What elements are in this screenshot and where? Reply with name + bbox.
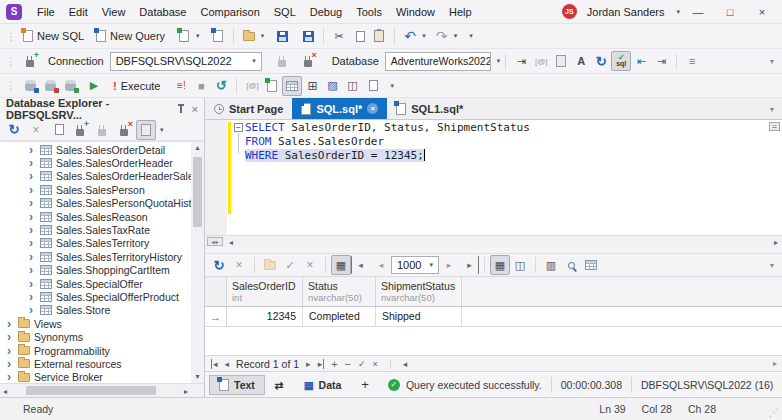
editor-splitter-handle[interactable]: = bbox=[769, 122, 780, 131]
scroll-down-icon[interactable]: ▾ bbox=[195, 371, 199, 383]
chevron-right-icon[interactable]: › bbox=[7, 332, 18, 342]
export-grid-button[interactable] bbox=[581, 255, 601, 275]
tree-item-folder[interactable]: ›Service Broker bbox=[0, 371, 191, 383]
new-window-button[interactable] bbox=[208, 26, 228, 46]
chevron-right-icon[interactable]: › bbox=[29, 292, 40, 302]
tree-item-folder[interactable]: ›Views bbox=[0, 317, 191, 330]
history-button[interactable]: ↺ bbox=[211, 76, 231, 96]
card-view-button[interactable]: ◫ bbox=[510, 255, 530, 275]
query-parameters-button[interactable]: [@] bbox=[242, 76, 262, 96]
resize-grip-icon[interactable]: ⋰ bbox=[769, 407, 779, 418]
user-menu-caret-icon[interactable]: ▾ bbox=[676, 8, 680, 16]
disconnect-button[interactable] bbox=[114, 120, 134, 140]
window-layout-button[interactable]: ◫ bbox=[342, 76, 362, 96]
new-connection-button[interactable] bbox=[20, 51, 40, 71]
scrollbar-thumb[interactable] bbox=[26, 386, 156, 395]
nav-scroll-left-icon[interactable]: ◂ bbox=[403, 359, 408, 369]
page-size-combobox[interactable]: 1000 ▾ bbox=[391, 256, 439, 274]
chevron-right-icon[interactable]: › bbox=[29, 279, 40, 289]
stop-button[interactable]: ■ bbox=[191, 76, 211, 96]
database-detach-button[interactable] bbox=[40, 76, 60, 96]
chevron-right-icon[interactable]: › bbox=[29, 185, 40, 195]
close-tab-icon[interactable]: × bbox=[367, 103, 378, 114]
refresh-button[interactable]: ↻ bbox=[4, 120, 24, 140]
tab-text[interactable]: Text bbox=[209, 375, 265, 395]
delete-record-icon[interactable]: − bbox=[345, 358, 351, 370]
prev-record-icon[interactable]: ◂ bbox=[225, 359, 230, 369]
last-record-icon[interactable]: ▸ bbox=[318, 359, 325, 369]
tree-item-table[interactable]: ›Sales.SalesTaxRate bbox=[0, 223, 191, 236]
toolbar-options-icon[interactable]: ▾ bbox=[469, 32, 473, 40]
incremental-search-button[interactable] bbox=[561, 255, 581, 275]
menu-window[interactable]: Window bbox=[389, 0, 442, 24]
connect-button[interactable] bbox=[272, 51, 292, 71]
refresh-results-button[interactable]: ↻ bbox=[209, 255, 229, 275]
tab-sql[interactable]: SQL.sql* × bbox=[292, 98, 387, 119]
close-panel-icon[interactable]: × bbox=[192, 103, 198, 115]
tree-item-table[interactable]: ›Sales.SalesPerson bbox=[0, 183, 191, 196]
chevron-right-icon[interactable]: › bbox=[7, 346, 18, 356]
chevron-right-icon[interactable]: › bbox=[29, 212, 40, 222]
execute-button[interactable]: ! Execute bbox=[110, 76, 163, 96]
column-picker-button[interactable]: ▥ bbox=[541, 255, 561, 275]
chevron-right-icon[interactable]: › bbox=[7, 319, 18, 329]
parameters-button[interactable]: [@] bbox=[531, 51, 551, 71]
chevron-right-icon[interactable]: › bbox=[29, 238, 40, 248]
connect-button[interactable] bbox=[92, 120, 112, 140]
menu-view[interactable]: View bbox=[95, 0, 133, 24]
first-page-button[interactable]: ◂ bbox=[351, 255, 371, 275]
tree-item-table[interactable]: ›Sales.ShoppingCartItem bbox=[0, 264, 191, 277]
menu-database[interactable]: Database bbox=[132, 0, 193, 24]
first-record-icon[interactable]: ◂ bbox=[211, 359, 218, 369]
scroll-left-icon[interactable]: ◂ bbox=[229, 237, 233, 249]
explorer-options-icon[interactable]: ▾ bbox=[160, 126, 164, 134]
connection-combobox[interactable]: DBFSQLSRV\SQL2022 ▾ bbox=[110, 52, 262, 71]
tree-item-folder[interactable]: ›Programmability bbox=[0, 344, 191, 357]
insert-record-icon[interactable]: + bbox=[331, 358, 337, 370]
apply-changes-button[interactable]: ✓ bbox=[280, 255, 300, 275]
cut-button[interactable]: ✂ bbox=[329, 26, 349, 46]
chevron-right-icon[interactable]: › bbox=[29, 265, 40, 275]
toolbar-grip-icon[interactable]: ⋮ bbox=[6, 56, 16, 67]
tree-item-table[interactable]: ›Sales.SalesTerritoryHistory bbox=[0, 250, 191, 263]
tree-item-table[interactable]: ›Sales.SalesTerritory bbox=[0, 237, 191, 250]
user-name[interactable]: Jordan Sanders bbox=[587, 6, 665, 18]
paging-toggle[interactable]: ▦ bbox=[331, 255, 351, 275]
chevron-right-icon[interactable]: › bbox=[7, 372, 18, 382]
tree-item-table[interactable]: ›Sales.SalesOrderHeaderSalesReason bbox=[0, 170, 191, 183]
disconnect-button[interactable] bbox=[298, 51, 318, 71]
next-page-button[interactable]: ▸ bbox=[439, 255, 459, 275]
cascade-windows-button[interactable] bbox=[362, 76, 382, 96]
new-connection-button[interactable] bbox=[70, 120, 90, 140]
toolbar-options-icon[interactable]: ▾ bbox=[770, 57, 774, 66]
column-header-shipmentstatus[interactable]: ShipmentStatus nvarchar(50) bbox=[376, 277, 462, 306]
outline-button[interactable]: ≡ bbox=[682, 51, 702, 71]
column-header-status[interactable]: Status nvarchar(50) bbox=[303, 277, 376, 306]
menu-debug[interactable]: Debug bbox=[303, 0, 349, 24]
tab-start-page[interactable]: Start Page bbox=[205, 98, 292, 119]
chevron-right-icon[interactable]: › bbox=[7, 359, 18, 369]
split-layout-button[interactable]: ⊞ bbox=[302, 76, 322, 96]
chart-button[interactable]: ▨ bbox=[322, 76, 342, 96]
tab-list-caret-icon[interactable]: ▾ bbox=[770, 105, 774, 114]
next-record-icon[interactable]: ▸ bbox=[306, 359, 311, 369]
column-header-salesorderid[interactable]: SalesOrderID int bbox=[227, 277, 303, 306]
cancel-edit-icon[interactable]: × bbox=[373, 359, 378, 369]
toolbar-options-icon[interactable]: ▾ bbox=[390, 82, 394, 90]
post-edit-icon[interactable]: ✓ bbox=[358, 359, 366, 369]
combo-caret-icon[interactable]: ▾ bbox=[425, 261, 433, 269]
chevron-right-icon[interactable]: › bbox=[29, 305, 40, 315]
results-options-icon[interactable]: ▾ bbox=[770, 261, 774, 270]
tree-item-folder[interactable]: ›External resources bbox=[0, 357, 191, 370]
menu-comparison[interactable]: Comparison bbox=[193, 0, 266, 24]
chevron-right-icon[interactable]: › bbox=[29, 198, 40, 208]
scroll-right-icon[interactable]: ▸ bbox=[774, 237, 778, 249]
tab-data[interactable]: ▦ Data bbox=[294, 375, 352, 395]
paste-button[interactable] bbox=[369, 26, 389, 46]
increase-indent-button[interactable]: ⇥ bbox=[651, 51, 671, 71]
close-button[interactable]: × bbox=[748, 1, 776, 23]
code-line-2[interactable]: FROM Sales.SalesOrder bbox=[245, 135, 766, 149]
menu-help[interactable]: Help bbox=[442, 0, 479, 24]
duplicate-button[interactable] bbox=[48, 120, 68, 140]
nav-scroll-right-icon[interactable]: ▸ bbox=[773, 359, 777, 368]
